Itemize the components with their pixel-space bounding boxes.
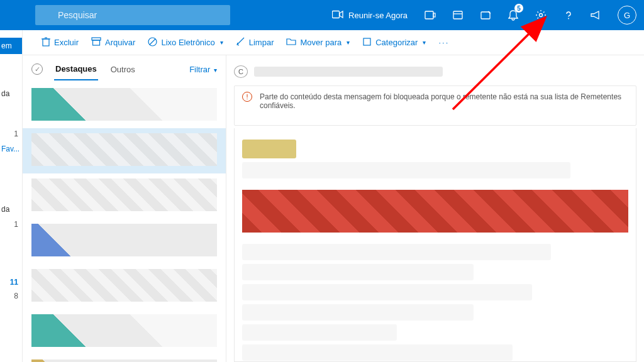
command-bar: Excluir Arquivar Lixo Eletrônico ▾ Limpa… xyxy=(23,30,644,55)
blocked-content-text: Parte do conteúdo desta mensagem foi blo… xyxy=(260,92,621,110)
inbox-tabs: ✓ Destaques Outros Filtrar ▾ xyxy=(23,55,226,83)
blocked-content-banner[interactable]: ! Parte do conteúdo desta mensagem foi b… xyxy=(234,85,636,126)
junk-button[interactable]: Lixo Eletrônico ▾ xyxy=(143,33,228,52)
calendar-icon[interactable] xyxy=(444,0,472,30)
chevron-down-icon: ▾ xyxy=(347,39,350,46)
select-all-toggle[interactable]: ✓ xyxy=(31,63,43,75)
list-item[interactable] xyxy=(23,309,226,354)
body-placeholder xyxy=(242,162,570,178)
body-placeholder xyxy=(242,244,551,260)
content-split: ✓ Destaques Outros Filtrar ▾ xyxy=(23,55,644,362)
categorize-label: Categorizar xyxy=(375,38,418,47)
more-actions-button[interactable]: ··· xyxy=(433,34,454,51)
archive-button[interactable]: Arquivar xyxy=(86,33,140,52)
list-item[interactable] xyxy=(23,219,226,264)
sidebar-item-new[interactable]: em xyxy=(0,38,22,54)
notification-badge: 5 xyxy=(514,4,523,13)
move-label: Mover para xyxy=(300,38,341,47)
list-item[interactable] xyxy=(23,354,226,362)
body-placeholder xyxy=(242,140,296,158)
sidebar-count: 8 xyxy=(0,289,22,303)
svg-rect-14 xyxy=(93,40,100,45)
filter-label: Filtrar xyxy=(189,65,210,74)
archive-icon xyxy=(91,37,101,48)
delete-label: Excluir xyxy=(54,38,79,47)
body-placeholder xyxy=(242,284,532,300)
svg-rect-17 xyxy=(364,38,370,45)
broom-icon xyxy=(236,37,245,48)
main-area: Excluir Arquivar Lixo Eletrônico ▾ Limpa… xyxy=(23,30,644,362)
settings-icon[interactable] xyxy=(527,0,555,30)
body-placeholder xyxy=(242,264,474,280)
sidebar-count-bold: 11 xyxy=(0,275,22,289)
search-input[interactable] xyxy=(35,5,230,25)
move-button[interactable]: Mover para ▾ xyxy=(281,33,355,52)
svg-point-9 xyxy=(568,18,569,19)
body-placeholder xyxy=(242,324,397,341)
megaphone-icon[interactable] xyxy=(582,0,610,30)
list-item[interactable] xyxy=(23,264,226,309)
meet-now-button[interactable]: Reunir-se Agora xyxy=(323,0,416,30)
chevron-down-icon: ▾ xyxy=(214,67,217,74)
sweep-button[interactable]: Limpar xyxy=(231,33,279,52)
delete-button[interactable]: Excluir xyxy=(36,33,84,52)
body-placeholder xyxy=(242,344,513,361)
junk-label: Lixo Eletrônico xyxy=(161,38,214,47)
subject-placeholder xyxy=(254,67,443,77)
video-icon xyxy=(332,10,343,21)
tab-other[interactable]: Outros xyxy=(109,58,136,80)
archive-label: Arquivar xyxy=(105,38,135,47)
svg-rect-3 xyxy=(425,11,433,19)
avatar[interactable]: G xyxy=(618,6,636,25)
svg-rect-4 xyxy=(433,13,435,17)
notifications-icon[interactable]: 5 xyxy=(499,0,527,30)
sidebar-item[interactable]: da xyxy=(0,85,22,102)
folder-move-icon xyxy=(286,37,296,48)
sidebar-item-favorites[interactable]: Fav... xyxy=(0,141,22,157)
subject-prefix: C xyxy=(234,65,248,78)
svg-rect-2 xyxy=(333,11,340,18)
categorize-button[interactable]: Categorizar ▾ xyxy=(357,33,431,52)
tab-focused[interactable]: Destaques xyxy=(54,58,98,80)
chevron-down-icon: ▾ xyxy=(220,39,223,46)
sidebar-count: 1 xyxy=(0,127,22,141)
block-icon xyxy=(148,37,157,48)
body-hero-placeholder xyxy=(242,190,628,233)
meet-now-label: Reunir-se Agora xyxy=(348,11,408,20)
message-list-pane: ✓ Destaques Outros Filtrar ▾ xyxy=(23,55,226,362)
search-icon xyxy=(236,0,247,2)
body-placeholder xyxy=(242,304,474,321)
folder-pane-partial: em da 1 Fav... da 1 11 8 xyxy=(0,30,23,362)
trash-icon xyxy=(42,36,50,48)
svg-rect-7 xyxy=(481,12,490,19)
sweep-label: Limpar xyxy=(249,38,274,47)
list-item[interactable] xyxy=(23,173,226,219)
filter-button[interactable]: Filtrar ▾ xyxy=(189,65,217,74)
svg-line-16 xyxy=(150,39,155,45)
list-item[interactable] xyxy=(23,83,226,128)
message-list[interactable] xyxy=(23,83,226,362)
teams-call-icon[interactable] xyxy=(416,0,444,30)
message-body[interactable] xyxy=(234,128,636,362)
help-icon[interactable] xyxy=(555,0,582,30)
svg-rect-10 xyxy=(43,39,49,46)
reading-pane: C ! Parte do conteúdo desta mensagem foi… xyxy=(226,55,644,362)
tag-icon xyxy=(362,37,372,48)
search-container xyxy=(35,5,230,25)
app-body: em da 1 Fav... da 1 11 8 Excluir Arquiva… xyxy=(0,30,644,362)
svg-point-8 xyxy=(540,14,543,17)
avatar-initial: G xyxy=(624,11,630,20)
sidebar-count: 1 xyxy=(0,217,22,231)
list-item[interactable] xyxy=(23,128,226,173)
alert-icon: ! xyxy=(242,92,252,102)
top-bar: Reunir-se Agora 5 G xyxy=(0,0,644,30)
my-day-icon[interactable] xyxy=(472,0,499,30)
sidebar-item[interactable]: da xyxy=(0,201,22,217)
message-subject-row: C xyxy=(234,63,636,80)
topbar-right: Reunir-se Agora 5 G xyxy=(323,0,644,30)
chevron-down-icon: ▾ xyxy=(423,39,426,46)
svg-rect-5 xyxy=(453,11,462,19)
